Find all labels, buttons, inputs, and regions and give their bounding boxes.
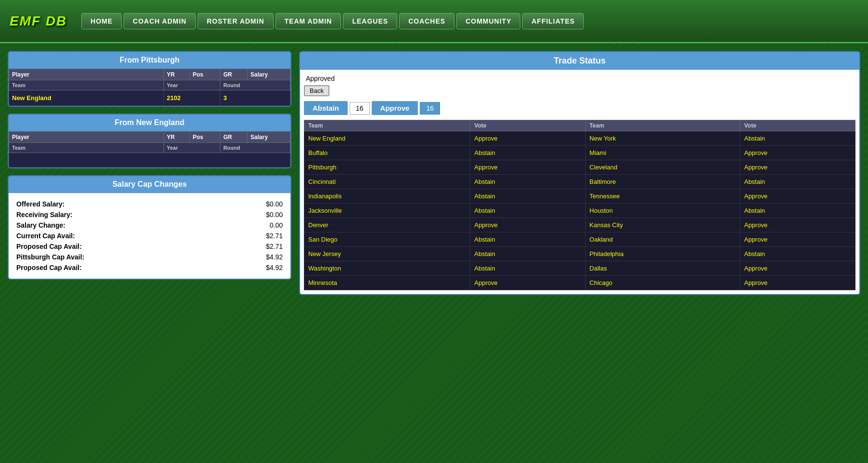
- approve-count: 16: [420, 102, 440, 115]
- vote-result2: Approve: [740, 232, 855, 247]
- salary-row: Current Cap Avail:$2.71: [16, 231, 283, 241]
- vote-table: Team Vote Team Vote New England Approve …: [304, 120, 855, 290]
- row-round: 3: [220, 90, 290, 106]
- from-pittsburgh-title: From Pittsburgh: [9, 52, 290, 69]
- nav-item-roster-admin[interactable]: ROSTER ADMIN: [198, 13, 274, 29]
- sub-team: Team: [9, 80, 164, 90]
- from-pittsburgh-section: From Pittsburgh Player YR Pos GR Salary …: [8, 51, 291, 107]
- vote-team1: Pittsburgh: [304, 160, 470, 175]
- salary-row: Proposed Cap Avail:$2.71: [16, 241, 283, 252]
- nav-item-leagues[interactable]: LEAGUES: [343, 13, 397, 29]
- vote-result1: Abstain: [470, 189, 586, 204]
- vote-row: Indianapolis Abstain Tennessee Approve: [304, 189, 855, 204]
- vote-row: Jacksonville Abstain Houston Abstain: [304, 204, 855, 218]
- vote-row: Cincinnati Abstain Baltimore Abstain: [304, 175, 855, 189]
- vote-team2: Tennessee: [585, 189, 740, 204]
- salary-cap-title: Salary Cap Changes: [9, 176, 290, 193]
- vote-team1: Buffalo: [304, 146, 470, 160]
- nav-item-team-admin[interactable]: TEAM ADMIN: [276, 13, 341, 29]
- nav-item-coaches[interactable]: COACHES: [399, 13, 454, 29]
- vote-team2: Kansas City: [585, 218, 740, 232]
- salary-value: $0.00: [266, 200, 283, 208]
- trade-status-title: Trade Status: [300, 52, 859, 70]
- vote-result2: Approve: [740, 189, 855, 204]
- vote-team2: Baltimore: [585, 175, 740, 189]
- trade-status-body: Approved Back Abstain 16 Approve 16 Team…: [300, 70, 859, 294]
- salary-row: Proposed Cap Avail:$4.92: [16, 262, 283, 273]
- salary-label: Salary Change:: [16, 221, 65, 229]
- salary-label: Pittsburgh Cap Avail:: [16, 253, 84, 261]
- nav-item-affiliates[interactable]: AFFILIATES: [522, 13, 584, 29]
- salary-label: Offered Salary:: [16, 200, 64, 208]
- vote-team1: New England: [304, 131, 470, 146]
- vote-row: San Diego Abstain Oakland Approve: [304, 232, 855, 247]
- vote-result2: Approve: [740, 276, 855, 290]
- vote-team2: Chicago: [585, 276, 740, 290]
- vote-team2: Dallas: [585, 261, 740, 276]
- salary-value: $0.00: [266, 211, 283, 219]
- salary-value: 0.00: [270, 221, 283, 229]
- th-team1: Team: [304, 120, 470, 131]
- salary-label: Proposed Cap Avail:: [16, 243, 82, 250]
- col-pos2: Pos: [189, 132, 220, 143]
- vote-result2: Approve: [740, 261, 855, 276]
- sub-year2: Year: [164, 143, 220, 153]
- vote-result1: Abstain: [470, 146, 586, 160]
- nav-item-home[interactable]: HOME: [81, 13, 122, 29]
- col-player: Player: [9, 69, 164, 80]
- vote-row: New England Approve New York Abstain: [304, 131, 855, 146]
- vote-result1: Abstain: [470, 175, 586, 189]
- vote-result1: Approve: [470, 276, 586, 290]
- vote-result1: Abstain: [470, 261, 586, 276]
- nav-item-coach-admin[interactable]: COACH ADMIN: [124, 13, 196, 29]
- th-team2: Team: [585, 120, 740, 131]
- from-pittsburgh-table: Player YR Pos GR Salary Team Year Round …: [9, 69, 290, 106]
- col-salary: Salary: [247, 69, 290, 80]
- vote-row: Minnesota Approve Chicago Approve: [304, 276, 855, 290]
- salary-value: $2.71: [266, 243, 283, 250]
- sub-team2: Team: [9, 143, 164, 153]
- back-button[interactable]: Back: [304, 85, 329, 96]
- left-panel: From Pittsburgh Player YR Pos GR Salary …: [8, 51, 291, 295]
- vote-team1: Denver: [304, 218, 470, 232]
- vote-team2: Houston: [585, 204, 740, 218]
- sub-year: Year: [164, 80, 220, 90]
- vote-result2: Approve: [740, 218, 855, 232]
- main-content: From Pittsburgh Player YR Pos GR Salary …: [0, 43, 868, 303]
- col-salary2: Salary: [247, 132, 290, 143]
- from-newengland-table: Player YR Pos GR Salary Team Year Round: [9, 131, 290, 167]
- abstain-button[interactable]: Abstain: [304, 101, 348, 115]
- salary-cap-section: Salary Cap Changes Offered Salary:$0.00R…: [8, 175, 291, 280]
- col-gr2: GR: [220, 132, 247, 143]
- vote-team2: Philadelphia: [585, 247, 740, 261]
- vote-result1: Abstain: [470, 204, 586, 218]
- salary-label: Receiving Salary:: [16, 211, 73, 219]
- salary-value: $4.92: [266, 264, 283, 271]
- vote-team2: Cleveland: [585, 160, 740, 175]
- th-vote1: Vote: [470, 120, 586, 131]
- navigation: EMF DB HOMECOACH ADMINROSTER ADMINTEAM A…: [0, 0, 868, 43]
- vote-team2: New York: [585, 131, 740, 146]
- from-newengland-title: From New England: [9, 115, 290, 131]
- salary-row: Pittsburgh Cap Avail:$4.92: [16, 252, 283, 262]
- vote-row: New Jersey Abstain Philadelphia Abstain: [304, 247, 855, 261]
- vote-result2: Abstain: [740, 247, 855, 261]
- col-player2: Player: [9, 132, 164, 143]
- vote-result2: Abstain: [740, 175, 855, 189]
- row-year: 2102: [164, 90, 220, 106]
- salary-value: $2.71: [266, 232, 283, 240]
- right-panel: Trade Status Approved Back Abstain 16 Ap…: [299, 51, 860, 295]
- approve-button[interactable]: Approve: [372, 101, 418, 115]
- sub-round2: Round: [220, 143, 290, 153]
- vote-team1: Minnesota: [304, 276, 470, 290]
- newengland-empty-row: [9, 153, 290, 167]
- vote-row: Buffalo Abstain Miami Approve: [304, 146, 855, 160]
- salary-row: Salary Change:0.00: [16, 220, 283, 231]
- col-yr2: YR: [164, 132, 189, 143]
- salary-cap-content: Offered Salary:$0.00Receiving Salary:$0.…: [9, 193, 290, 279]
- vote-result1: Approve: [470, 218, 586, 232]
- salary-label: Proposed Cap Avail:: [16, 264, 82, 271]
- vote-team2: Oakland: [585, 232, 740, 247]
- nav-item-community[interactable]: COMMUNITY: [456, 13, 520, 29]
- vote-team2: Miami: [585, 146, 740, 160]
